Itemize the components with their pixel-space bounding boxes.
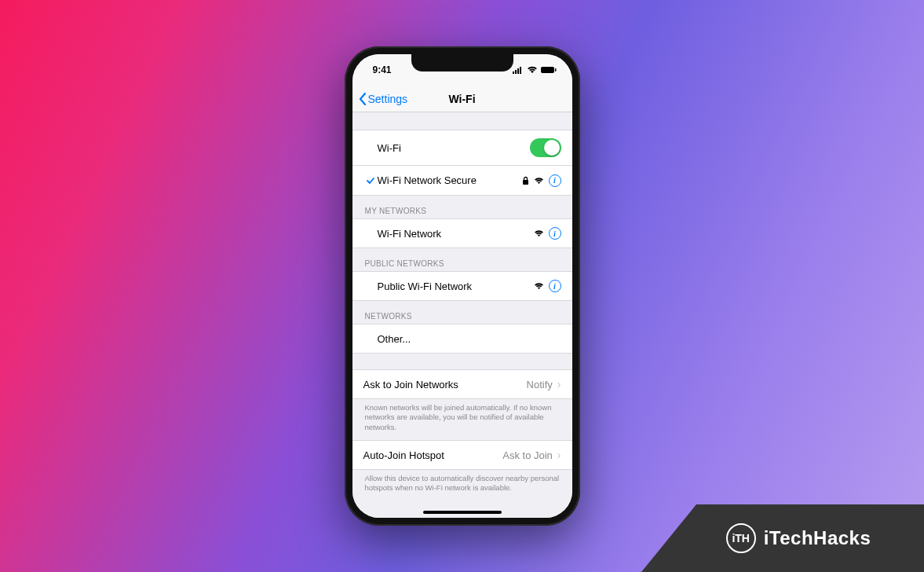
checkmark-icon <box>363 176 378 185</box>
wifi-toggle-row[interactable]: Wi-Fi <box>352 130 572 166</box>
page-title: Wi-Fi <box>448 93 475 105</box>
phone-frame: 9:41 Settings Wi-Fi <box>345 46 580 526</box>
status-time: 9:41 <box>373 64 392 75</box>
other-label: Other... <box>378 333 561 345</box>
phone-notch <box>411 54 513 72</box>
my-network-row[interactable]: Wi-Fi Network i <box>352 218 572 248</box>
cellular-icon <box>513 66 524 74</box>
watermark-logo: iTH <box>726 523 756 553</box>
info-button[interactable]: i <box>549 227 561 240</box>
svg-rect-5 <box>555 68 557 72</box>
my-network-name: Wi-Fi Network <box>378 228 534 240</box>
status-indicators <box>513 66 557 74</box>
wifi-toggle-label: Wi-Fi <box>378 142 530 154</box>
wifi-signal-icon <box>534 282 544 290</box>
public-networks-header: PUBLIC NETWORKS <box>352 248 572 271</box>
wifi-status-icon <box>527 66 538 74</box>
nav-bar: Settings Wi-Fi <box>352 86 572 112</box>
svg-rect-2 <box>517 68 519 74</box>
back-button[interactable]: Settings <box>359 93 408 105</box>
svg-rect-4 <box>541 67 554 73</box>
public-network-row[interactable]: Public Wi-Fi Network i <box>352 271 572 301</box>
battery-icon <box>541 66 557 74</box>
other-network-row[interactable]: Other... <box>352 324 572 354</box>
svg-rect-0 <box>513 72 514 74</box>
networks-header: NETWORKS <box>352 301 572 324</box>
svg-rect-1 <box>515 70 517 74</box>
back-label: Settings <box>368 93 408 105</box>
connected-network-row[interactable]: Wi-Fi Network Secure i <box>352 166 572 196</box>
home-indicator[interactable] <box>423 511 502 514</box>
connected-network-name: Wi-Fi Network Secure <box>378 174 522 186</box>
phone-screen: 9:41 Settings Wi-Fi <box>352 54 572 518</box>
ask-to-join-footer: Known networks will be joined automatica… <box>352 399 572 440</box>
auto-join-hotspot-row[interactable]: Auto-Join Hotspot Ask to Join › <box>352 440 572 470</box>
ask-to-join-value: Notify <box>527 379 553 390</box>
watermark-text: iTechHacks <box>764 527 871 549</box>
chevron-right-icon: › <box>557 449 561 461</box>
my-networks-header: MY NETWORKS <box>352 196 572 218</box>
public-network-name: Public Wi-Fi Network <box>378 280 534 292</box>
lock-icon <box>522 176 529 185</box>
auto-join-label: Auto-Join Hotspot <box>363 449 503 461</box>
chevron-left-icon <box>359 93 367 105</box>
info-button[interactable]: i <box>549 280 561 292</box>
svg-rect-3 <box>520 67 521 74</box>
auto-join-footer: Allow this device to automatically disco… <box>352 470 572 501</box>
info-button[interactable]: i <box>549 174 561 187</box>
svg-rect-6 <box>523 180 528 185</box>
wifi-signal-icon <box>534 229 544 237</box>
ask-to-join-row[interactable]: Ask to Join Networks Notify › <box>352 369 572 399</box>
wifi-toggle[interactable] <box>530 138 561 157</box>
wifi-signal-icon <box>534 177 544 185</box>
auto-join-value: Ask to Join <box>502 449 553 461</box>
ask-to-join-label: Ask to Join Networks <box>363 379 527 390</box>
chevron-right-icon: › <box>557 378 561 390</box>
settings-content[interactable]: Wi-Fi Wi-Fi Network Secure i <box>352 112 572 518</box>
